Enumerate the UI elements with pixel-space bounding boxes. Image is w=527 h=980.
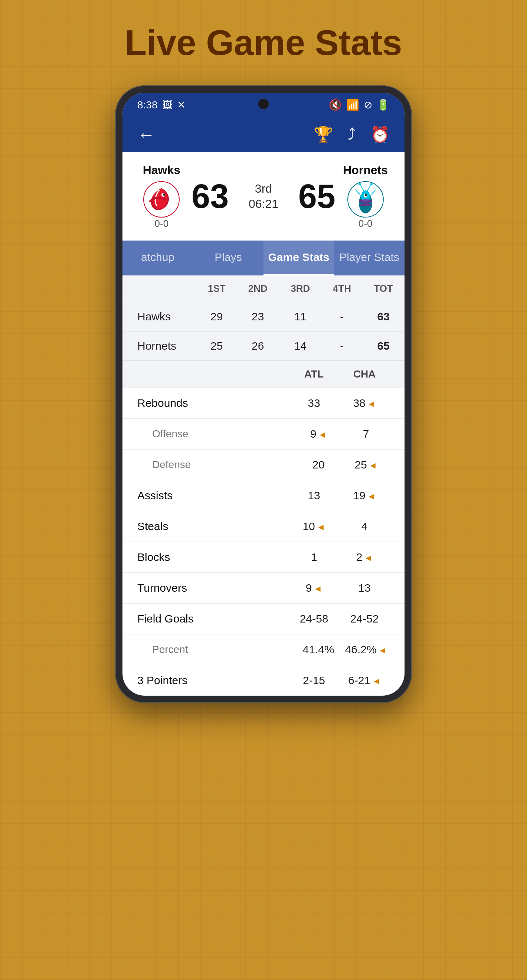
- steals-label: Steals: [137, 520, 289, 533]
- stat-row-rebounds: Rebounds 33 38◄: [122, 388, 405, 418]
- hawks-q2: 23: [237, 302, 279, 331]
- percent-cha: 46.2%◄: [342, 643, 390, 656]
- home-score: 63: [192, 180, 229, 213]
- cha-lead-arrow: ◄: [364, 553, 373, 563]
- blocks-cha: 2◄: [339, 551, 390, 563]
- away-score-section: 65: [292, 180, 341, 213]
- atl-lead-arrow: ◄: [318, 430, 327, 439]
- stat-row-assists: Assists 13 19◄: [122, 480, 405, 511]
- mute-icon: 🔇: [329, 99, 342, 111]
- field-goals-cha: 24-52: [339, 612, 390, 625]
- assists-atl: 13: [289, 489, 339, 502]
- atl-lead-arrow: ◄: [317, 522, 325, 532]
- hawks-q1: 29: [197, 302, 237, 331]
- steals-atl: 10◄: [289, 520, 339, 533]
- defense-cha: 25◄: [342, 458, 390, 471]
- atl-lead-arrow: ◄: [313, 584, 322, 593]
- cha-lead-arrow: ◄: [378, 645, 387, 655]
- status-left: 8:38 🖼 ✕: [137, 99, 186, 111]
- stat-row-blocks: Blocks 1 2◄: [122, 542, 405, 573]
- col-header-q4: 4TH: [321, 275, 362, 302]
- share-icon[interactable]: ⤴: [348, 126, 356, 144]
- camera-notch: [258, 99, 269, 109]
- col-header-q2: 2ND: [237, 275, 279, 302]
- phone-frame: 8:38 🖼 ✕ 🔇 📶 ⊘ 🔋 ← 🏆 ⤴ ⏰: [115, 85, 412, 703]
- tab-game-stats[interactable]: Game Stats: [264, 240, 334, 275]
- block-icon: ⊘: [364, 99, 372, 111]
- game-clock: 06:21: [249, 197, 278, 211]
- away-team-name: Hornets: [343, 163, 388, 177]
- hawks-q4: -: [321, 302, 362, 331]
- game-stats-header: ATL CHA: [122, 360, 405, 388]
- back-button[interactable]: ←: [137, 124, 155, 145]
- hornets-q3: 14: [279, 331, 321, 361]
- hornets-q1: 25: [197, 331, 237, 361]
- svg-line-9: [367, 185, 371, 191]
- defense-label: Defense: [152, 459, 295, 471]
- defense-atl: 20: [295, 458, 342, 471]
- trophy-icon[interactable]: 🏆: [314, 126, 333, 144]
- tab-player-stats[interactable]: Player Stats: [334, 240, 405, 275]
- hawks-total: 63: [362, 302, 405, 331]
- tab-matchup[interactable]: atchup: [122, 240, 193, 275]
- page-title: Live Game Stats: [125, 22, 402, 63]
- cha-lead-arrow: ◄: [368, 460, 378, 470]
- field-goals-label: Field Goals: [137, 612, 289, 625]
- 3pointers-cha: 6-21◄: [339, 674, 390, 687]
- score-header: Hawks 0-0 63: [122, 152, 405, 240]
- hornets-q4: -: [321, 331, 362, 361]
- game-period: 3rd: [255, 182, 272, 196]
- away-score: 65: [298, 180, 335, 213]
- battery-icon: 🔋: [377, 99, 390, 111]
- offense-atl: 9◄: [295, 428, 342, 440]
- period-clock: 3rd 06:21: [235, 182, 293, 211]
- hawks-logo: [143, 181, 180, 218]
- blocks-label: Blocks: [137, 551, 289, 563]
- 3pointers-atl: 2-15: [289, 674, 339, 687]
- stats-container: Rebounds 33 38◄ Offense 9◄ 7 Defense 20 …: [122, 388, 405, 696]
- app-bar-right: 🏆 ⤴ ⏰: [314, 126, 390, 144]
- percent-label: Percent: [152, 644, 295, 655]
- stat-row-defense: Defense 20 25◄: [122, 449, 405, 480]
- hornets-team-label: Hornets: [122, 331, 197, 361]
- table-row: Hornets 25 26 14 - 65: [122, 331, 405, 361]
- close-icon: ✕: [177, 99, 186, 111]
- hornets-total: 65: [362, 331, 405, 361]
- cha-lead-arrow: ◄: [367, 399, 376, 409]
- table-row: Hawks 29 23 11 - 63: [122, 302, 405, 331]
- col-header-q1: 1ST: [197, 275, 237, 302]
- svg-point-10: [359, 183, 361, 185]
- phone-screen: 8:38 🖼 ✕ 🔇 📶 ⊘ 🔋 ← 🏆 ⤴ ⏰: [122, 93, 405, 696]
- app-bar: ← 🏆 ⤴ ⏰: [122, 117, 405, 152]
- quarter-table: 1ST 2ND 3RD 4TH TOT Hawks 29 23 11 - 63: [122, 275, 405, 360]
- hornets-logo: [347, 181, 384, 218]
- stat-row-steals: Steals 10◄ 4: [122, 511, 405, 542]
- alarm-icon[interactable]: ⏰: [370, 126, 390, 144]
- svg-point-2: [163, 193, 165, 196]
- cha-header: CHA: [339, 368, 390, 380]
- col-header-team: [122, 275, 197, 302]
- away-team-record: 0-0: [359, 218, 373, 229]
- offense-label: Offense: [152, 428, 295, 440]
- 3pointers-label: 3 Pointers: [137, 674, 289, 687]
- stat-row-offense: Offense 9◄ 7: [122, 418, 405, 449]
- blocks-atl: 1: [289, 551, 339, 563]
- offense-cha: 7: [342, 428, 390, 440]
- stat-row-field-goals: Field Goals 24-58 24-52: [122, 603, 405, 634]
- status-right: 🔇 📶 ⊘ 🔋: [329, 99, 390, 111]
- hawks-team-label: Hawks: [122, 302, 197, 331]
- atl-header: ATL: [289, 368, 339, 380]
- quarter-scores-section: 1ST 2ND 3RD 4TH TOT Hawks 29 23 11 - 63: [122, 275, 405, 360]
- turnovers-label: Turnovers: [137, 582, 289, 594]
- stat-row-3pointers: 3 Pointers 2-15 6-21◄: [122, 665, 405, 696]
- rebounds-atl: 33: [289, 397, 339, 409]
- field-goals-atl: 24-58: [289, 612, 339, 625]
- stat-row-turnovers: Turnovers 9◄ 13: [122, 573, 405, 603]
- svg-point-11: [370, 183, 373, 185]
- turnovers-cha: 13: [339, 582, 390, 594]
- app-bar-left: ←: [137, 124, 155, 145]
- svg-point-6: [359, 199, 372, 203]
- tab-plays[interactable]: Plays: [193, 240, 264, 275]
- cha-lead-arrow: ◄: [367, 491, 376, 501]
- cha-lead-arrow: ◄: [372, 676, 381, 686]
